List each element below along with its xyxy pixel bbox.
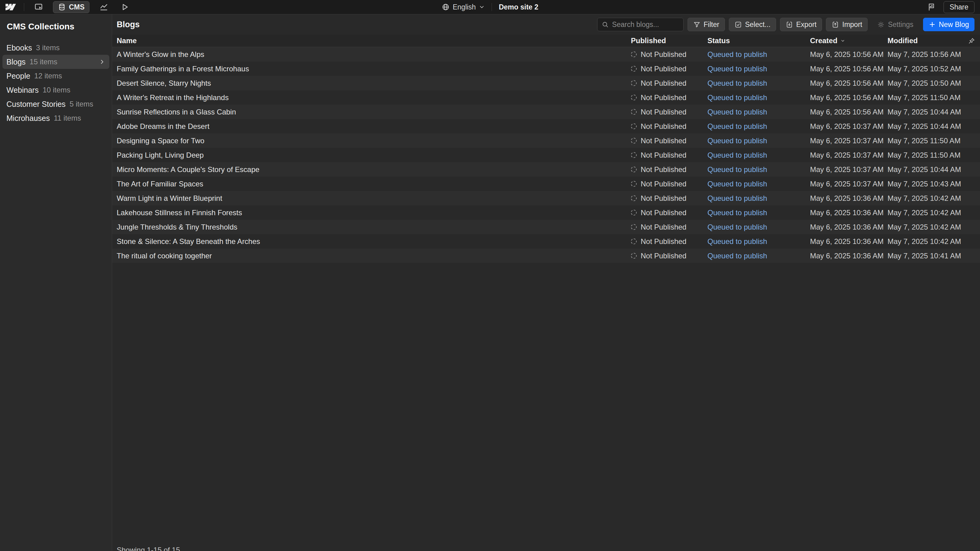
status-link[interactable]: Queued to publish xyxy=(708,122,767,130)
published-state: Not Published xyxy=(641,223,686,232)
column-header-modified[interactable]: Modified xyxy=(888,37,964,45)
published-state: Not Published xyxy=(641,151,686,159)
published-state: Not Published xyxy=(641,50,686,59)
export-button[interactable]: Export xyxy=(780,18,822,31)
site-name: Demo site 2 xyxy=(499,3,538,11)
collection-label: Microhauses xyxy=(6,114,50,123)
published-state: Not Published xyxy=(641,208,686,217)
status-link[interactable]: Queued to publish xyxy=(708,50,767,59)
table-row[interactable]: A Winter's Glow in the Alps Not Publishe… xyxy=(112,47,980,62)
modified-date: May 7, 2025 11:50 AM xyxy=(888,94,960,102)
created-date: May 6, 2025 10:37 AM xyxy=(810,122,883,131)
table-row[interactable]: Sunrise Reflections in a Glass Cabin Not… xyxy=(112,105,980,119)
select-button[interactable]: Select... xyxy=(729,18,776,31)
table-row[interactable]: Stone & Silence: A Stay Beneath the Arch… xyxy=(112,234,980,249)
modified-date: May 7, 2025 10:42 AM xyxy=(888,223,961,231)
import-button[interactable]: Import xyxy=(826,18,868,31)
table-row[interactable]: Lakehouse Stillness in Finnish Forests N… xyxy=(112,205,980,220)
published-state: Not Published xyxy=(641,194,686,203)
table-body: A Winter's Glow in the Alps Not Publishe… xyxy=(112,47,980,551)
item-name: The Art of Familiar Spaces xyxy=(117,180,204,188)
cms-tab-button[interactable]: CMS xyxy=(53,1,89,13)
status-link[interactable]: Queued to publish xyxy=(708,252,767,260)
status-link[interactable]: Queued to publish xyxy=(708,180,767,188)
analytics-icon[interactable] xyxy=(97,1,110,13)
collection-label: Customer Stories xyxy=(6,100,65,109)
filter-button[interactable]: Filter xyxy=(687,18,725,31)
table-row[interactable]: Micro Moments: A Couple's Story of Escap… xyxy=(112,162,980,176)
page-title: Blogs xyxy=(117,20,140,29)
draft-icon xyxy=(631,51,637,57)
share-button[interactable]: Share xyxy=(943,1,975,13)
settings-button[interactable]: Settings xyxy=(872,18,919,31)
topbar-center-divider xyxy=(492,3,492,11)
collection-label: Webinars xyxy=(6,86,38,95)
filter-icon xyxy=(693,21,701,29)
status-link[interactable]: Queued to publish xyxy=(708,65,767,73)
topbar-divider xyxy=(24,3,24,11)
search-input[interactable] xyxy=(597,18,684,31)
draft-icon xyxy=(631,95,637,100)
table-row[interactable]: Warm Light in a Winter Blueprint Not Pub… xyxy=(112,191,980,205)
status-link[interactable]: Queued to publish xyxy=(708,237,767,246)
pin-icon[interactable] xyxy=(964,37,980,44)
status-link[interactable]: Queued to publish xyxy=(708,108,767,116)
modified-date: May 7, 2025 10:52 AM xyxy=(888,65,961,73)
preview-icon[interactable] xyxy=(118,1,131,13)
status-link[interactable]: Queued to publish xyxy=(708,79,767,87)
table-row[interactable]: The Art of Familiar Spaces Not Published… xyxy=(112,176,980,191)
sidebar-collection-item[interactable]: People 12 items xyxy=(2,69,109,83)
table-row[interactable]: Packing Light, Living Deep Not Published… xyxy=(112,148,980,162)
draft-icon xyxy=(631,80,637,86)
created-date: May 6, 2025 10:37 AM xyxy=(810,137,883,145)
draft-icon xyxy=(631,66,637,71)
column-header-created[interactable]: Created xyxy=(810,37,888,45)
table-row[interactable]: Desert Silence, Starry Nights Not Publis… xyxy=(112,76,980,90)
export-icon xyxy=(786,21,793,29)
modified-date: May 7, 2025 10:50 AM xyxy=(888,79,961,87)
status-link[interactable]: Queued to publish xyxy=(708,208,767,217)
table-row[interactable]: Adobe Dreams in the Desert Not Published… xyxy=(112,119,980,133)
status-link[interactable]: Queued to publish xyxy=(708,151,767,159)
created-date: May 6, 2025 10:36 AM xyxy=(810,252,883,260)
created-date: May 6, 2025 10:56 AM xyxy=(810,108,883,116)
item-name: A Winter's Glow in the Alps xyxy=(117,50,204,59)
published-state: Not Published xyxy=(641,165,686,174)
collection-count: 3 items xyxy=(36,43,59,52)
created-date: May 6, 2025 10:36 AM xyxy=(810,208,883,217)
modified-date: May 7, 2025 10:56 AM xyxy=(888,50,961,59)
table-row[interactable]: The ritual of cooking together Not Publi… xyxy=(112,249,980,263)
table-row[interactable]: A Writer's Retreat in the Highlands Not … xyxy=(112,90,980,105)
published-state: Not Published xyxy=(641,94,686,102)
language-selector[interactable]: English xyxy=(442,3,485,11)
created-date: May 6, 2025 10:56 AM xyxy=(810,79,883,87)
sidebar-collection-item[interactable]: Ebooks 3 items xyxy=(2,41,109,55)
designer-icon[interactable] xyxy=(32,1,45,13)
status-link[interactable]: Queued to publish xyxy=(708,223,767,231)
sidebar-collection-item[interactable]: Webinars 10 items xyxy=(2,83,109,97)
select-label: Select... xyxy=(745,21,770,29)
item-name: Desert Silence, Starry Nights xyxy=(117,79,211,87)
sidebar-collection-item[interactable]: Customer Stories 5 items xyxy=(2,97,109,111)
status-link[interactable]: Queued to publish xyxy=(708,137,767,145)
table-header-row: Name Published Status Created Modified xyxy=(112,35,980,47)
collection-label: Ebooks xyxy=(6,43,32,52)
draft-icon xyxy=(631,138,637,144)
flag-icon[interactable] xyxy=(925,1,937,13)
modified-date: May 7, 2025 11:50 AM xyxy=(888,137,960,145)
status-link[interactable]: Queued to publish xyxy=(708,194,767,202)
new-blog-button[interactable]: New Blog xyxy=(923,18,975,31)
new-blog-label: New Blog xyxy=(939,21,969,29)
column-header-name[interactable]: Name xyxy=(117,37,631,45)
table-row[interactable]: Jungle Thresholds & Tiny Thresholds Not … xyxy=(112,220,980,234)
status-link[interactable]: Queued to publish xyxy=(708,94,767,102)
modified-date: May 7, 2025 10:44 AM xyxy=(888,165,961,173)
sidebar-collection-item[interactable]: Microhauses 11 items xyxy=(2,111,109,125)
plus-icon xyxy=(929,21,936,28)
status-link[interactable]: Queued to publish xyxy=(708,165,767,173)
table-row[interactable]: Designing a Space for Two Not Published … xyxy=(112,133,980,148)
table-row[interactable]: Family Gatherings in a Forest Microhaus … xyxy=(112,62,980,76)
column-header-published[interactable]: Published xyxy=(631,37,708,45)
column-header-status[interactable]: Status xyxy=(708,37,810,45)
sidebar-collection-item[interactable]: Blogs 15 items xyxy=(2,55,109,69)
